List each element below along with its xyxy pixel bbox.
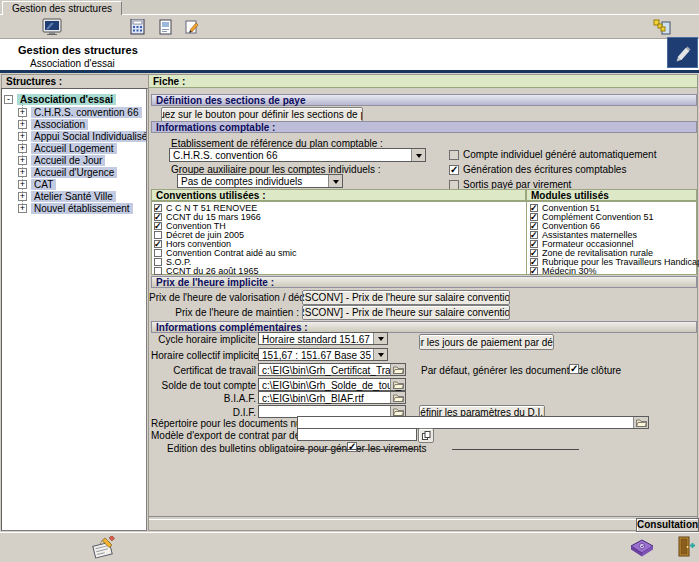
lists-divider [526, 189, 527, 275]
convention-checkbox[interactable] [154, 249, 162, 257]
tree-node-label[interactable]: Association d'essai [17, 94, 116, 105]
status-badge: Consultation [636, 518, 699, 532]
convention-checkbox[interactable] [154, 231, 162, 239]
bottom-bar [0, 532, 699, 562]
section-paye-title: Définition des sections de paye [151, 94, 697, 106]
define-pay-sections-button[interactable]: Cliquez sur le bouton pour définir les s… [161, 107, 363, 122]
cycle-horaire-value: Horaire standard 151.67 [259, 333, 387, 345]
module-checkbox[interactable] [530, 231, 538, 239]
tree-node-label[interactable]: CAT [31, 179, 56, 190]
open-folder-icon[interactable] [390, 379, 405, 390]
modele-export-label: Modèle d'export de contrat par défaut [151, 430, 294, 441]
expand-icon[interactable]: + [18, 108, 27, 117]
monitor-icon[interactable] [40, 17, 64, 37]
module-checkbox[interactable] [530, 240, 538, 248]
convention-item: CCNT du 26 août 1965 [154, 266, 522, 275]
transfer-icon[interactable] [650, 17, 674, 37]
solde-field[interactable]: c:\EIG\bin\Grh_Solde_de_tout_compte.rtf [258, 378, 406, 391]
tree-node-label[interactable]: Accueil de Jour [31, 155, 105, 166]
edition-bulletins-checkbox[interactable] [347, 442, 357, 452]
module-checkbox[interactable] [530, 267, 538, 275]
tree-node-label[interactable]: Accueil d'Urgence [31, 167, 117, 178]
chevron-down-icon[interactable] [411, 149, 425, 161]
tree-node[interactable]: + C.H.R.S. convention 66 [18, 106, 146, 118]
report-icon[interactable] [154, 17, 178, 37]
calculator-icon[interactable] [126, 17, 150, 37]
cloture-checkbox[interactable] [569, 364, 579, 374]
tab-gestion-des-structures[interactable]: Gestion des structures [2, 1, 122, 15]
expand-icon[interactable]: + [18, 120, 27, 129]
convention-checkbox[interactable] [154, 240, 162, 248]
edit-mode-button[interactable] [667, 37, 698, 68]
tree-node[interactable]: + Accueil Logement [18, 142, 146, 154]
convention-checkbox[interactable] [154, 258, 162, 266]
modele-export-field[interactable] [297, 428, 417, 441]
checkbook-icon[interactable] [628, 537, 656, 559]
dif-value [259, 406, 405, 407]
tree-node[interactable]: + CAT [18, 178, 146, 190]
certificat-field[interactable]: c:\EIG\bin\Grh_Certificat_Travail.rtf [258, 363, 406, 376]
chevron-down-icon[interactable] [373, 349, 387, 360]
tree-node[interactable]: + Accueil d'Urgence [18, 166, 146, 178]
convention-checkbox[interactable] [154, 213, 162, 221]
horaire-collectif-select[interactable]: 151,67 : 151.67 Base 35 h / semaine [258, 348, 388, 361]
expand-icon[interactable]: + [18, 144, 27, 153]
tree-node-root[interactable]: - Association d'essai [4, 93, 146, 105]
groupe-auxiliaire-select[interactable]: Pas de comptes individuels [177, 174, 343, 188]
open-folder-icon[interactable] [390, 364, 405, 375]
tree-node-label[interactable]: Accueil Logement [31, 143, 117, 154]
tree-node-label[interactable]: Appui Social Individualisé [31, 131, 147, 142]
edit-icon[interactable] [180, 17, 204, 37]
expand-icon[interactable]: + [18, 168, 27, 177]
convention-checkbox[interactable] [154, 222, 162, 230]
structures-panel: Structures : - Association d'essai + C.H… [1, 74, 147, 531]
expand-icon[interactable]: + [18, 156, 27, 165]
collapse-icon[interactable]: - [4, 95, 13, 104]
tree-node[interactable]: + Accueil de Jour [18, 154, 146, 166]
tree-node[interactable]: + Association [18, 118, 146, 130]
option-row: Génération des écritures comptables [449, 162, 656, 177]
conventions-title: Conventions utilisées : [151, 189, 526, 201]
open-folder-icon[interactable] [633, 417, 648, 428]
tree-node-label[interactable]: Nouvel établissement [31, 203, 133, 214]
option-checkbox[interactable] [449, 180, 459, 190]
notes-icon[interactable] [90, 536, 118, 560]
module-checkbox[interactable] [530, 222, 538, 230]
module-checkbox[interactable] [530, 213, 538, 221]
structures-tree: - Association d'essai + C.H.R.S. convent… [1, 88, 147, 531]
option-checkbox[interactable] [449, 150, 459, 160]
expand-icon[interactable]: + [18, 132, 27, 141]
tree-node[interactable]: + Atelier Santé Ville [18, 190, 146, 202]
prix-valorisation-button[interactable]: [PXHRSCONV] - Prix de l'heure sur salair… [302, 290, 510, 305]
separator-line [452, 449, 579, 450]
cycle-horaire-select[interactable]: Horaire standard 151.67 [258, 332, 388, 345]
expand-icon[interactable]: + [18, 180, 27, 189]
tree-node[interactable]: + Appui Social Individualisé [18, 130, 146, 142]
plan-comptable-select[interactable]: C.H.R.S. convention 66 [169, 148, 426, 162]
section-prix-title: Prix de l'heure implicite : [151, 276, 697, 288]
expand-icon[interactable]: + [18, 204, 27, 213]
tree-node-label[interactable]: C.H.R.S. convention 66 [31, 107, 142, 118]
module-checkbox[interactable] [530, 204, 538, 212]
biaf-field[interactable]: c:\EIG\bin\Grh_BIAF.rtf [258, 391, 406, 404]
page-subtitle: Association d'essai [30, 58, 115, 69]
option-checkbox[interactable] [449, 165, 459, 175]
modele-export-picker-button[interactable] [418, 428, 434, 443]
prix-maintien-button[interactable]: [PXHRSCONV] - Prix de l'heure sur salair… [302, 305, 510, 320]
chevron-down-icon[interactable] [373, 333, 387, 344]
open-folder-icon[interactable] [390, 392, 405, 403]
jours-paiement-button[interactable]: Définir les jours de paiement par défaut… [419, 334, 554, 350]
expand-icon[interactable]: + [18, 192, 27, 201]
convention-checkbox[interactable] [154, 204, 162, 212]
tree-node[interactable]: + Nouvel établissement [18, 202, 146, 214]
module-checkbox[interactable] [530, 258, 538, 266]
tree-node-label[interactable]: Atelier Santé Ville [31, 191, 116, 202]
chevron-down-icon[interactable] [328, 175, 342, 187]
biaf-value: c:\EIG\bin\Grh_BIAF.rtf [259, 392, 405, 404]
header-divider [0, 70, 699, 73]
convention-checkbox[interactable] [154, 267, 162, 275]
module-checkbox[interactable] [530, 249, 538, 257]
exit-door-icon[interactable] [676, 535, 696, 559]
fiche-panel-title: Fiche : [149, 75, 697, 88]
tree-node-label[interactable]: Association [31, 119, 88, 130]
